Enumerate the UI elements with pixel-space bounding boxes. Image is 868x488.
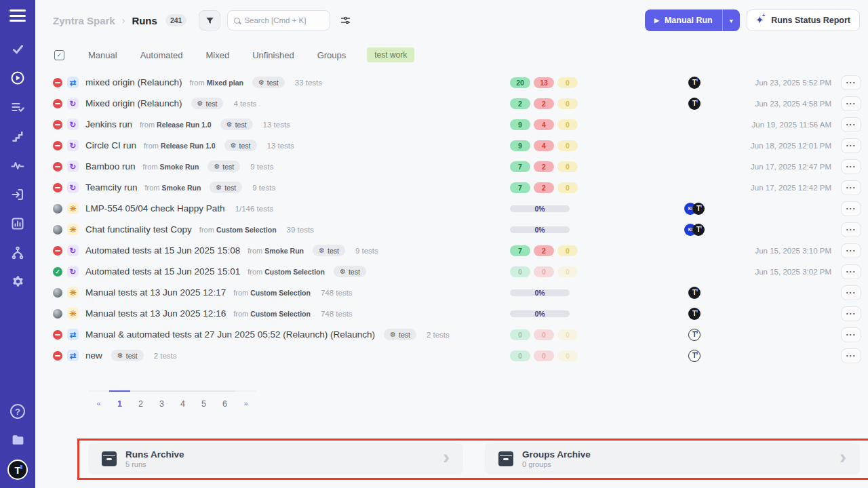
play-circle-icon[interactable] <box>9 70 26 86</box>
row-menu-button[interactable]: ··· <box>841 138 861 153</box>
environment-badge: ⚙test <box>224 140 257 151</box>
steps-icon[interactable] <box>9 128 26 144</box>
status-progress-icon <box>53 288 62 298</box>
row-menu-button[interactable]: ··· <box>841 159 861 174</box>
run-name[interactable]: Manual & automated tests at 27 Jun 2025 … <box>85 329 375 340</box>
run-name[interactable]: Circle CI run <box>85 140 136 150</box>
pagination-page-6[interactable]: 6 <box>214 390 235 409</box>
run-from-plan[interactable]: Smoke Run <box>264 247 304 255</box>
search-input[interactable] <box>244 16 323 24</box>
pagination-next[interactable]: » <box>235 390 256 409</box>
filter-tag-test-work[interactable]: test work <box>367 47 414 62</box>
runs-status-report-button[interactable]: ✦+ Runs Status Report <box>747 9 860 31</box>
row-menu-button[interactable]: ··· <box>841 201 861 216</box>
manual-run-dropdown-button[interactable]: ▾ <box>722 9 740 31</box>
run-results: 220 <box>510 98 673 109</box>
run-from-plan[interactable]: Release Run 1.0 <box>157 121 212 129</box>
folder-icon[interactable] <box>9 431 26 447</box>
run-name[interactable]: Automated tests at 15 Jun 2025 15:08 <box>85 245 240 256</box>
pagination-page-4[interactable]: 4 <box>172 390 193 409</box>
run-name[interactable]: Bamboo run <box>85 161 136 171</box>
run-from-plan[interactable]: Smoke Run <box>162 184 201 192</box>
hamburger-menu-icon[interactable] <box>9 9 26 22</box>
run-from-plan[interactable]: Custom Selection <box>264 268 325 276</box>
run-from-plan[interactable]: Mixed plan <box>207 79 243 87</box>
tab-groups[interactable]: Groups <box>306 49 358 62</box>
run-date: Jun 15, 2025 3:02 PM <box>716 268 831 276</box>
row-menu-button[interactable]: ··· <box>841 348 861 363</box>
run-name[interactable]: Chat functinality test Copy <box>85 224 192 235</box>
list-check-icon[interactable] <box>9 99 26 115</box>
display-settings-button[interactable] <box>340 15 351 26</box>
run-from-plan[interactable]: Custom Selection <box>216 226 277 234</box>
branch-icon[interactable] <box>9 245 26 261</box>
run-name[interactable]: Automated tests at 15 Jun 2025 15:01 <box>85 266 240 277</box>
run-name[interactable]: new <box>85 350 102 361</box>
run-type-automated-icon: ↻ <box>67 182 79 193</box>
row-menu-button[interactable]: ··· <box>841 222 861 237</box>
environment-badge: ⚙test <box>208 161 240 172</box>
row-menu-button[interactable]: ··· <box>841 180 861 195</box>
pagination-page-2[interactable]: 2 <box>130 390 151 409</box>
failed-count-pill: 4 <box>534 140 554 151</box>
row-menu-button[interactable]: ··· <box>841 264 861 279</box>
run-from-plan[interactable]: Custom Selection <box>250 310 311 318</box>
run-results: 000 <box>510 329 673 340</box>
run-from-plan[interactable]: Custom Selection <box>250 289 311 297</box>
run-name[interactable]: Manual tests at 13 Jun 2025 12:17 <box>85 287 226 298</box>
tab-automated[interactable]: Automated <box>129 49 195 62</box>
manual-run-button[interactable]: ▶ Manual Run <box>645 9 722 31</box>
select-all-icon[interactable]: ✓ <box>54 50 64 60</box>
gear-icon: ⚙ <box>117 352 123 359</box>
run-menu-cell: ··· <box>831 306 861 321</box>
bar-chart-icon[interactable] <box>9 216 26 232</box>
tab-unfinished[interactable]: Unfinished <box>241 49 305 62</box>
row-menu-button[interactable]: ··· <box>841 327 861 342</box>
user-avatar[interactable]: T <box>7 460 28 480</box>
row-menu-button[interactable]: ··· <box>841 306 861 321</box>
environment-badge: ⚙test <box>220 119 253 130</box>
pagination-page-5[interactable]: 5 <box>193 390 214 409</box>
groups-archive-card[interactable]: Groups Archive0 groups› <box>485 443 860 474</box>
run-name[interactable]: mixed origin (Relaunch) <box>85 77 182 87</box>
run-menu-cell: ··· <box>831 264 861 279</box>
tab-mixed[interactable]: Mixed <box>195 49 241 62</box>
passed-count-pill: 2 <box>510 98 530 109</box>
archive-title: Runs Archive <box>125 449 184 460</box>
search-box[interactable] <box>227 10 330 30</box>
tab-manual[interactable]: Manual <box>77 49 129 62</box>
row-menu-button[interactable]: ··· <box>841 285 861 300</box>
passed-count-pill: 20 <box>510 77 530 88</box>
row-menu-button[interactable]: ··· <box>841 243 861 258</box>
pagination-prev[interactable]: « <box>88 390 109 409</box>
gear-icon[interactable] <box>9 274 26 290</box>
run-type-automated-icon: ↻ <box>67 140 79 151</box>
other-count-pill: 0 <box>557 329 578 340</box>
run-from-plan[interactable]: Smoke Run <box>160 163 199 171</box>
pagination-page-3[interactable]: 3 <box>151 390 172 409</box>
filter-button[interactable] <box>199 10 220 30</box>
run-type-automated-icon: ↻ <box>67 266 79 277</box>
run-row-left: ↻Mixed origin (Relaunch)⚙test4 tests <box>53 98 510 109</box>
run-name[interactable]: Jenkins run <box>85 119 132 129</box>
row-menu-button[interactable]: ··· <box>841 117 861 132</box>
run-name[interactable]: Manual tests at 13 Jun 2025 12:16 <box>85 308 226 319</box>
row-menu-button[interactable]: ··· <box>841 75 861 90</box>
gear-icon: ⚙ <box>231 142 237 149</box>
run-name[interactable]: Teamcity run <box>85 182 138 192</box>
runs-archive-card[interactable]: Runs Archive5 runs› <box>88 443 463 474</box>
breadcrumb-project[interactable]: Zyntra Spark <box>53 15 115 26</box>
help-icon[interactable]: ? <box>10 404 25 419</box>
run-from-plan[interactable]: Release Run 1.0 <box>161 142 216 150</box>
run-name[interactable]: LMP-554 05/04 check Happy Path <box>85 203 225 214</box>
run-menu-cell: ··· <box>831 348 861 363</box>
run-results: 720 <box>510 161 673 172</box>
activity-icon[interactable] <box>9 157 26 174</box>
pagination-page-1[interactable]: 1 <box>109 390 130 409</box>
run-row: ↻Jenkins runfrom Release Run 1.0⚙test13 … <box>35 114 868 135</box>
run-name[interactable]: Mixed origin (Relaunch) <box>85 98 182 108</box>
check-icon[interactable] <box>9 41 26 57</box>
row-menu-button[interactable]: ··· <box>841 96 861 111</box>
box-arrow-icon[interactable] <box>9 186 26 203</box>
run-row: ↻Bamboo runfrom Smoke Run⚙test9 tests720… <box>35 156 868 177</box>
